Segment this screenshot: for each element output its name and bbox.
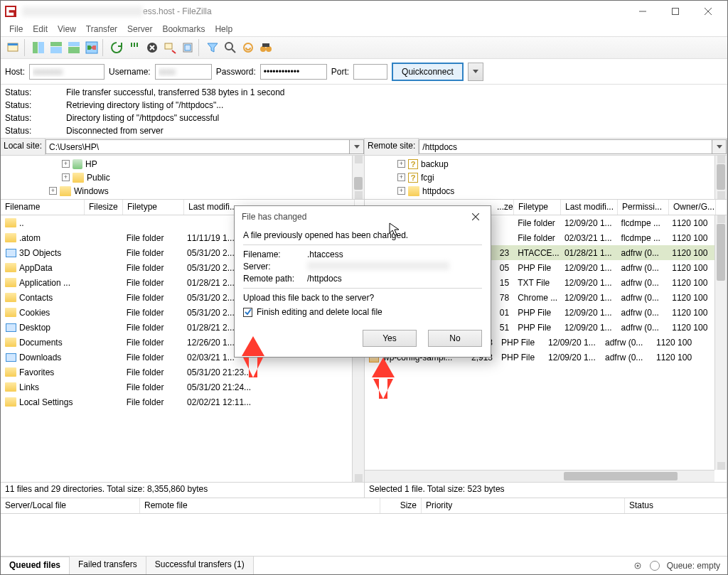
dialog-server-label: Server: — [243, 262, 307, 272]
menu-help[interactable]: Help — [210, 23, 237, 36]
dialog-remotepath-label: Remote path: — [243, 274, 307, 284]
local-tree[interactable]: +HP+Public+Windows — [1, 156, 364, 200]
toggle-log-icon[interactable] — [30, 39, 47, 56]
refresh-icon[interactable] — [108, 39, 125, 56]
port-label: Port: — [331, 67, 349, 77]
password-label: Password: — [216, 67, 256, 77]
menu-bar: File Edit View Transfer Server Bookmarks… — [1, 22, 727, 36]
list-item[interactable]: LinksFile folder05/31/20 21:24... — [1, 380, 352, 394]
remote-tree-scrollbar[interactable] — [714, 156, 727, 199]
host-input[interactable] — [29, 64, 105, 80]
dialog-close-button[interactable] — [465, 208, 486, 226]
finish-editing-checkbox[interactable] — [243, 308, 252, 317]
local-tree-scrollbar[interactable] — [352, 156, 364, 199]
svg-rect-13 — [185, 45, 191, 50]
local-status: 11 files and 29 directories. Total size:… — [1, 482, 364, 498]
queue-col-local[interactable]: Server/Local file — [1, 498, 140, 513]
remote-path-dropdown[interactable] — [712, 139, 727, 154]
filter-icon[interactable] — [204, 39, 221, 56]
tree-node[interactable]: +?fcgi — [369, 171, 710, 184]
local-path-dropdown[interactable] — [350, 139, 364, 154]
queue-empty-icon — [650, 561, 660, 571]
dialog-title: File has changed — [242, 212, 306, 222]
queue-tabs: Queued files Failed transfers Successful… — [1, 556, 727, 574]
password-input[interactable] — [260, 64, 327, 80]
disconnect-icon[interactable] — [161, 39, 178, 56]
remote-list-scrollbar[interactable] — [714, 215, 727, 470]
tree-node[interactable]: +HP — [5, 157, 348, 171]
svg-point-15 — [244, 43, 252, 52]
finish-editing-label: Finish editing and delete local file — [257, 307, 382, 317]
menu-server[interactable]: Server — [123, 23, 156, 36]
svg-rect-5 — [50, 42, 62, 46]
compare-icon[interactable] — [240, 39, 257, 56]
remote-site-label: Remote site: — [365, 139, 419, 155]
queue-col-priority[interactable]: Priority — [422, 498, 625, 513]
tree-node[interactable]: +httpdocs — [369, 184, 710, 198]
svg-rect-4 — [38, 42, 44, 53]
minimize-button[interactable] — [626, 1, 659, 22]
queue-footer-text: Queue: empty — [667, 561, 720, 571]
svg-rect-18 — [262, 43, 269, 47]
search-icon[interactable] — [222, 39, 239, 56]
remote-tree[interactable]: +?backup+?fcgi+httpdocs — [365, 156, 727, 200]
menu-view[interactable]: View — [53, 23, 80, 36]
maximize-button[interactable] — [659, 1, 692, 22]
svg-point-20 — [636, 565, 638, 567]
svg-point-17 — [266, 46, 272, 52]
list-item[interactable]: FavoritesFile folder05/31/20 21:23... — [1, 365, 352, 380]
dialog-filename-label: Filename: — [243, 249, 307, 259]
title-bar: ess.host - FileZilla — [1, 1, 727, 22]
queue-body[interactable] — [1, 514, 727, 556]
svg-point-16 — [260, 46, 266, 52]
quickconnect-bar: Host: Username: Password: Port: Quickcon… — [1, 59, 727, 85]
menu-bookmarks[interactable]: Bookmarks — [158, 23, 209, 36]
username-input[interactable] — [155, 64, 212, 80]
svg-rect-3 — [33, 42, 38, 53]
menu-edit[interactable]: Edit — [28, 23, 52, 36]
local-path-input[interactable] — [46, 139, 350, 154]
menu-file[interactable]: File — [5, 23, 27, 36]
reconnect-icon[interactable] — [179, 39, 196, 56]
queue-col-remote[interactable]: Remote file — [140, 498, 380, 513]
host-label: Host: — [5, 67, 25, 77]
process-queue-icon[interactable] — [126, 39, 143, 56]
close-button[interactable] — [692, 1, 724, 22]
remote-list-hscrollbar[interactable] — [365, 470, 714, 482]
toggle-remotetree-icon[interactable] — [65, 39, 82, 56]
message-log[interactable]: Status:File transfer successful, transfe… — [1, 85, 727, 139]
tree-node[interactable]: +Public — [5, 171, 348, 184]
toggle-localtree-icon[interactable] — [48, 39, 65, 56]
binoculars-icon[interactable] — [257, 39, 274, 56]
local-site-label: Local site: — [1, 139, 46, 155]
dialog-yes-button[interactable]: Yes — [363, 330, 417, 347]
quickconnect-history-button[interactable] — [468, 63, 483, 81]
remote-path-input[interactable] — [419, 139, 712, 154]
tab-successful[interactable]: Successful transfers (1) — [146, 557, 254, 574]
dialog-question: Upload this file back to the server? — [243, 293, 482, 303]
dialog-server-value — [307, 262, 449, 270]
svg-rect-6 — [50, 47, 62, 53]
tab-queued[interactable]: Queued files — [1, 557, 70, 574]
svg-rect-2 — [8, 43, 18, 45]
window-title: ess.host - FileZilla — [22, 6, 626, 17]
site-manager-icon[interactable] — [5, 39, 22, 56]
dialog-filename-value: .htaccess — [307, 249, 343, 259]
list-item[interactable]: Local SettingsFile folder02/02/21 12:11.… — [1, 394, 352, 409]
menu-transfer[interactable]: Transfer — [82, 23, 122, 36]
tree-node[interactable]: +Windows — [5, 184, 348, 198]
dialog-remotepath-value: /httpdocs — [307, 274, 342, 284]
queue-col-status[interactable]: Status — [625, 498, 727, 513]
quickconnect-button[interactable]: Quickconnect — [392, 63, 464, 81]
cancel-icon[interactable] — [144, 39, 161, 56]
port-input[interactable] — [353, 64, 387, 80]
bottom-status-bar: Queue: empty — [626, 557, 727, 574]
tree-node[interactable]: +?backup — [369, 157, 710, 171]
transfer-queue: Server/Local file Remote file Size Prior… — [1, 498, 727, 574]
queue-col-size[interactable]: Size — [380, 498, 422, 513]
dialog-no-button[interactable]: No — [428, 330, 482, 347]
tab-failed[interactable]: Failed transfers — [70, 557, 146, 574]
toggle-queue-icon[interactable] — [83, 39, 100, 56]
username-label: Username: — [109, 67, 151, 77]
svg-rect-8 — [68, 47, 80, 53]
